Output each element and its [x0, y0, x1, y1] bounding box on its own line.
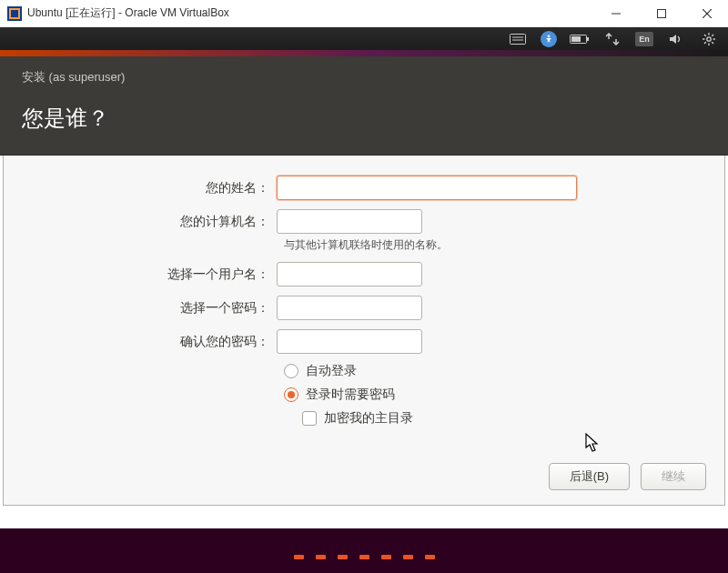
auto-login-radio[interactable] [284, 364, 298, 378]
require-password-label: 登录时需要密码 [306, 387, 395, 403]
password-input[interactable] [277, 296, 422, 320]
name-input[interactable] [277, 176, 577, 200]
password-row: 选择一个密码： [22, 296, 706, 320]
username-row: 选择一个用户名： [22, 262, 706, 286]
computer-name-input[interactable] [277, 209, 422, 234]
svg-line-20 [712, 42, 713, 44]
encrypt-home-row[interactable]: 加密我的主目录 [284, 410, 706, 427]
svg-rect-12 [587, 37, 589, 41]
button-row: 后退(B) 继续 [549, 463, 706, 490]
auto-login-label: 自动登录 [306, 363, 357, 379]
back-button[interactable]: 后退(B) [549, 463, 630, 490]
svg-line-21 [712, 35, 713, 36]
installer-header: 安装 (as superuser) 您是谁？ [0, 56, 728, 156]
progress-dot [294, 555, 304, 559]
progress-dot [316, 555, 326, 559]
progress-dot [403, 555, 413, 559]
page-title: 您是谁？ [22, 104, 706, 155]
svg-rect-7 [511, 34, 526, 44]
svg-rect-13 [571, 36, 581, 42]
svg-rect-4 [658, 9, 666, 17]
svg-rect-2 [11, 10, 18, 17]
computer-hint: 与其他计算机联络时使用的名称。 [284, 237, 706, 253]
settings-gear-icon[interactable] [699, 30, 719, 48]
continue-button[interactable]: 继续 [641, 463, 706, 490]
auto-login-row[interactable]: 自动登录 [284, 363, 706, 379]
volume-icon[interactable] [666, 30, 686, 48]
progress-dot [359, 555, 369, 559]
svg-point-14 [707, 36, 711, 40]
password-label: 选择一个密码： [22, 300, 277, 317]
username-label: 选择一个用户名： [22, 266, 277, 283]
encrypt-home-label: 加密我的主目录 [324, 410, 413, 427]
keyboard-icon[interactable] [508, 30, 528, 48]
virtualbox-icon [7, 6, 22, 21]
login-options: 自动登录 登录时需要密码 加密我的主目录 [284, 363, 706, 427]
vm-status-bar: En [0, 27, 728, 50]
svg-point-10 [548, 35, 551, 37]
progress-dot [338, 555, 348, 559]
confirm-password-input[interactable] [277, 329, 422, 354]
installer-content: 您的姓名： 您的计算机名： 与其他计算机联络时使用的名称。 选择一个用户名： 选… [3, 156, 725, 506]
require-password-radio[interactable] [284, 387, 298, 402]
computer-row: 您的计算机名： [22, 209, 706, 234]
confirm-row: 确认您的密码： [22, 329, 706, 354]
close-button[interactable] [693, 1, 721, 26]
window-titlebar: Ubuntu [正在运行] - Oracle VM VirtualBox [0, 0, 728, 27]
window-controls [602, 1, 721, 26]
accessibility-icon[interactable] [541, 31, 557, 47]
progress-dot [425, 555, 435, 559]
require-password-row[interactable]: 登录时需要密码 [284, 387, 706, 403]
name-label: 您的姓名： [22, 180, 277, 196]
language-indicator[interactable]: En [635, 32, 653, 46]
encrypt-home-checkbox[interactable] [302, 411, 317, 426]
minimize-button[interactable] [602, 1, 630, 26]
progress-dot [381, 555, 391, 559]
window-title: Ubuntu [正在运行] - Oracle VM VirtualBox [27, 5, 602, 21]
battery-icon[interactable] [570, 30, 590, 48]
svg-line-19 [704, 35, 706, 36]
name-row: 您的姓名： [22, 176, 706, 200]
confirm-label: 确认您的密码： [22, 334, 277, 350]
progress-footer [0, 528, 728, 573]
mouse-cursor-icon [585, 433, 602, 457]
computer-label: 您的计算机名： [22, 214, 277, 230]
network-icon[interactable] [602, 30, 622, 48]
maximize-button[interactable] [648, 1, 675, 26]
header-subtitle: 安装 (as superuser) [22, 65, 706, 85]
ubuntu-gradient-bar [0, 50, 728, 56]
username-input[interactable] [277, 262, 422, 286]
svg-line-22 [704, 42, 706, 44]
